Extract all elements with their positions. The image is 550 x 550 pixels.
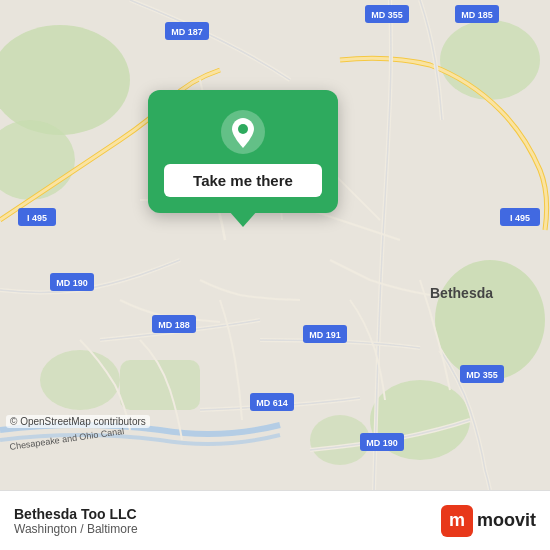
location-info: Bethesda Too LLC Washington / Baltimore <box>14 506 138 536</box>
moovit-logo-text: moovit <box>477 510 536 531</box>
svg-point-6 <box>40 350 120 410</box>
svg-text:MD 614: MD 614 <box>256 398 288 408</box>
take-me-there-button[interactable]: Take me there <box>164 164 322 197</box>
location-name: Bethesda Too LLC <box>14 506 138 522</box>
location-pin-icon <box>221 110 265 154</box>
svg-text:MD 190: MD 190 <box>366 438 398 448</box>
svg-point-3 <box>440 20 540 100</box>
svg-point-4 <box>435 260 545 380</box>
svg-point-35 <box>238 124 248 134</box>
svg-text:MD 187: MD 187 <box>171 27 203 37</box>
svg-text:I 495: I 495 <box>510 213 530 223</box>
svg-text:MD 188: MD 188 <box>158 320 190 330</box>
map-container: I 495 I 495 MD 355 MD 185 MD 187 MD 190 … <box>0 0 550 490</box>
svg-text:MD 185: MD 185 <box>461 10 493 20</box>
bottom-bar: Bethesda Too LLC Washington / Baltimore … <box>0 490 550 550</box>
location-popup: Take me there <box>148 90 338 213</box>
moovit-m-icon: m <box>441 505 473 537</box>
osm-attribution: © OpenStreetMap contributors <box>6 415 150 428</box>
svg-text:MD 190: MD 190 <box>56 278 88 288</box>
svg-text:MD 355: MD 355 <box>466 370 498 380</box>
svg-text:MD 191: MD 191 <box>309 330 341 340</box>
svg-text:Bethesda: Bethesda <box>430 285 493 301</box>
moovit-logo: m moovit <box>441 505 536 537</box>
svg-text:I 495: I 495 <box>27 213 47 223</box>
svg-text:MD 355: MD 355 <box>371 10 403 20</box>
location-region: Washington / Baltimore <box>14 522 138 536</box>
